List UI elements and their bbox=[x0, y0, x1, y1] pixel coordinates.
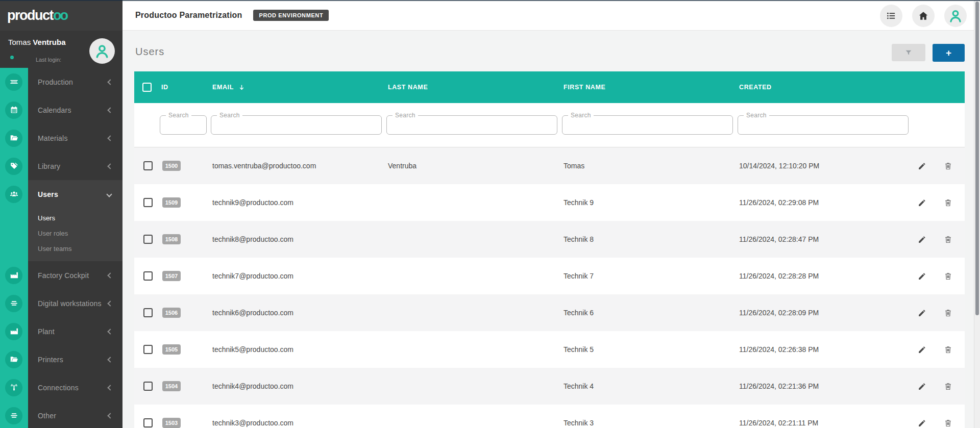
search-label: Search bbox=[166, 112, 191, 119]
factory-icon bbox=[5, 323, 22, 340]
sidebar-item-label: Plant bbox=[38, 328, 55, 336]
sidebar-item-label: Factory Cockpit bbox=[38, 271, 89, 280]
search-label: Search bbox=[393, 112, 418, 119]
edit-button[interactable] bbox=[917, 161, 926, 170]
environment-badge: PROD ENVIRONMENT bbox=[253, 10, 329, 21]
delete-button[interactable] bbox=[943, 271, 952, 281]
row-checkbox[interactable] bbox=[143, 345, 153, 354]
sidebar-item-production[interactable]: Production bbox=[0, 68, 122, 96]
sidebar-item-materials[interactable]: Materials bbox=[0, 124, 122, 152]
pencil-icon bbox=[918, 309, 926, 317]
cell-first-name: Technik 5 bbox=[562, 345, 738, 354]
user-panel: Tomas Ventruba Last login: bbox=[0, 31, 122, 68]
row-checkbox[interactable] bbox=[143, 198, 153, 207]
cell-first-name: Technik 3 bbox=[562, 419, 738, 427]
submenu-item-user-roles[interactable]: User roles bbox=[38, 225, 122, 241]
add-user-button[interactable]: + bbox=[933, 44, 965, 62]
edit-button[interactable] bbox=[917, 418, 926, 427]
column-header-last-name[interactable]: LAST NAME bbox=[386, 84, 562, 91]
productoo-logo[interactable]: productoo bbox=[7, 8, 67, 23]
column-header-created[interactable]: CREATED bbox=[738, 84, 909, 91]
row-checkbox[interactable] bbox=[143, 235, 153, 244]
sidebar-item-label: Printers bbox=[38, 356, 63, 364]
edit-button[interactable] bbox=[917, 271, 926, 281]
row-checkbox[interactable] bbox=[143, 418, 153, 427]
search-label: Search bbox=[217, 112, 242, 119]
edit-button[interactable] bbox=[917, 308, 926, 317]
scrollbar-thumb[interactable] bbox=[975, 2, 979, 315]
page-actions: + bbox=[892, 44, 965, 62]
list-menu-button[interactable] bbox=[880, 5, 902, 27]
sidebar-item-printers[interactable]: Printers bbox=[0, 345, 122, 373]
edit-button[interactable] bbox=[917, 382, 926, 391]
logo-oo: oo bbox=[53, 8, 67, 23]
filter-button[interactable] bbox=[892, 44, 925, 61]
search-box-last-name: Search bbox=[386, 115, 557, 135]
row-checkbox[interactable] bbox=[143, 308, 153, 317]
row-checkbox[interactable] bbox=[143, 382, 153, 391]
delete-button[interactable] bbox=[943, 235, 952, 244]
trash-icon bbox=[944, 309, 952, 317]
sidebar-item-label: Connections bbox=[38, 384, 79, 392]
sidebar-item-users[interactable]: Users bbox=[0, 180, 122, 208]
table-header-row: ID EMAIL LAST NAME FIRST NAME CREATED bbox=[134, 71, 965, 103]
cell-email: technik4@productoo.com bbox=[211, 382, 386, 390]
delete-button[interactable] bbox=[943, 198, 952, 207]
column-header-email[interactable]: EMAIL bbox=[211, 84, 386, 91]
user-avatar[interactable] bbox=[89, 38, 115, 64]
column-header-first-name[interactable]: FIRST NAME bbox=[562, 84, 738, 91]
sidebar-item-connections[interactable]: Connections bbox=[0, 373, 122, 401]
delete-button[interactable] bbox=[943, 308, 952, 317]
sidebar-item-label: Materials bbox=[38, 134, 68, 142]
plus-icon: + bbox=[946, 47, 951, 59]
sort-desc-icon bbox=[238, 84, 245, 91]
sidebar-item-label: Library bbox=[38, 162, 60, 170]
home-button[interactable] bbox=[912, 5, 935, 27]
cell-email: technik8@productoo.com bbox=[211, 235, 386, 243]
profile-button[interactable] bbox=[944, 5, 967, 27]
search-label: Search bbox=[568, 112, 594, 119]
calendar-icon bbox=[5, 102, 22, 119]
edit-button[interactable] bbox=[917, 235, 926, 244]
search-box-id: Search bbox=[160, 115, 207, 135]
lines-icon bbox=[5, 295, 22, 312]
sidebar-item-library[interactable]: Library bbox=[0, 152, 122, 180]
sidebar-item-factory-cockpit[interactable]: Factory Cockpit bbox=[0, 261, 122, 289]
filter-funnel-icon bbox=[904, 48, 913, 57]
delete-button[interactable] bbox=[943, 161, 952, 170]
submenu-item-user-teams[interactable]: User teams bbox=[38, 241, 122, 256]
row-checkbox[interactable] bbox=[143, 271, 153, 281]
last-login-label: Last login: bbox=[36, 57, 61, 63]
sidebar-item-calendars[interactable]: Calendars bbox=[0, 96, 122, 124]
chevron-left-icon bbox=[107, 107, 113, 113]
id-badge: 1504 bbox=[162, 381, 181, 391]
column-header-id[interactable]: ID bbox=[160, 84, 211, 91]
trash-icon bbox=[944, 162, 952, 170]
pencil-icon bbox=[918, 198, 926, 207]
delete-button[interactable] bbox=[943, 418, 952, 427]
delete-button[interactable] bbox=[943, 382, 952, 391]
id-badge: 1500 bbox=[162, 161, 181, 171]
home-icon bbox=[918, 10, 929, 21]
trash-icon bbox=[944, 345, 952, 354]
sidebar-item-plant[interactable]: Plant bbox=[0, 317, 122, 345]
select-all-checkbox[interactable] bbox=[142, 83, 152, 92]
row-checkbox[interactable] bbox=[143, 161, 153, 170]
cell-created: 11/26/2024, 02:29:08 PM bbox=[738, 198, 909, 207]
delete-button[interactable] bbox=[943, 345, 952, 354]
chevron-left-icon bbox=[107, 300, 113, 306]
cell-email: technik6@productoo.com bbox=[211, 309, 386, 317]
page-title: Users bbox=[135, 46, 164, 58]
edit-button[interactable] bbox=[917, 198, 926, 207]
cell-email: technik9@productoo.com bbox=[211, 198, 386, 207]
edit-button[interactable] bbox=[917, 345, 926, 354]
id-badge: 1506 bbox=[162, 308, 181, 318]
cell-created: 11/26/2024, 02:21:11 PM bbox=[738, 419, 909, 427]
sidebar-item-digital-workstations[interactable]: Digital workstations bbox=[0, 289, 122, 317]
cell-email: technik7@productoo.com bbox=[211, 272, 386, 280]
cell-created: 11/26/2024, 02:21:36 PM bbox=[738, 382, 909, 390]
sidebar-item-other[interactable]: Other bbox=[0, 401, 122, 428]
sidebar-item-label: Digital workstations bbox=[38, 299, 102, 308]
submenu-item-users[interactable]: Users bbox=[38, 210, 122, 225]
folder-open-icon bbox=[5, 351, 22, 368]
